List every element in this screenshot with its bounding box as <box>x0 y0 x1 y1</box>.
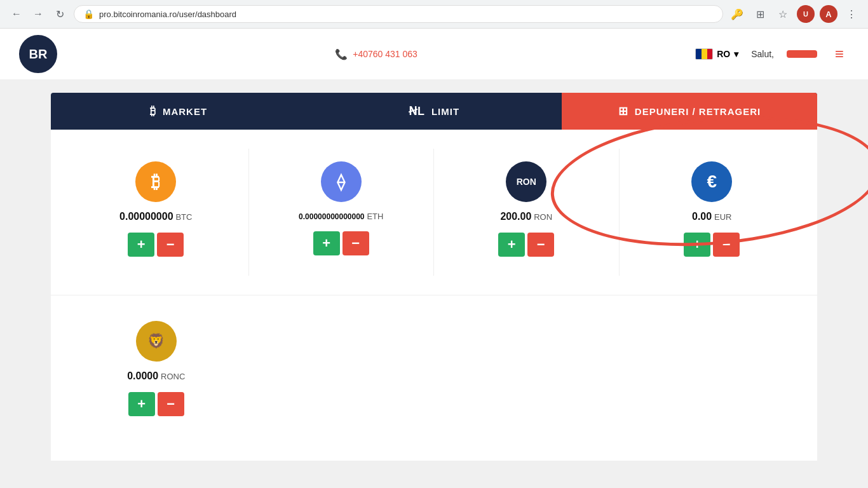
ronc-deposit-btn[interactable]: + <box>128 392 155 416</box>
tab-limit[interactable]: ꞤL LIMIT <box>306 93 562 130</box>
ronc-icon: 🦁 <box>136 321 177 362</box>
main-content: ₿ MARKET ꞤL LIMIT ⊞ DEPUNERI / RETRAGERI… <box>0 80 868 473</box>
reload-button[interactable]: ↻ <box>51 5 69 23</box>
btc-withdraw-btn[interactable]: − <box>157 233 184 257</box>
market-icon: ₿ <box>150 105 156 118</box>
eur-actions: + − <box>684 233 740 257</box>
browser-chrome: ← → ↻ 🔒 pro.bitcoinromania.ro/user/dashb… <box>0 0 868 29</box>
site-header: BR 📞 +40760 431 063 RO ▾ Salut, ≡ <box>0 29 868 80</box>
forward-button[interactable]: → <box>29 5 47 23</box>
limit-icon: ꞤL <box>409 104 425 118</box>
lang-code: RO <box>717 49 730 59</box>
tab-market-label: MARKET <box>163 106 207 117</box>
depuneri-icon: ⊞ <box>618 104 628 118</box>
salut-label: Salut, <box>751 49 774 59</box>
cards-grid-row2: 🦁 0.0000 RONC + − <box>51 295 817 461</box>
btc-currency: BTC <box>175 212 192 222</box>
language-selector[interactable]: RO ▾ <box>695 48 738 60</box>
ron-amount: 200.00 <box>500 211 531 222</box>
header-center: 📞 +40760 431 063 <box>57 48 695 60</box>
flag-blue <box>696 49 702 59</box>
eur-amount: 0.00 <box>692 211 712 222</box>
user-name-badge <box>787 50 817 58</box>
lang-chevron: ▾ <box>734 49 738 59</box>
ron-deposit-btn[interactable]: + <box>498 233 525 257</box>
btc-balance-row: 0.00000000 BTC <box>119 211 192 222</box>
phone-icon: 📞 <box>335 48 348 60</box>
eur-deposit-btn[interactable]: + <box>684 233 710 257</box>
site-logo[interactable]: BR <box>19 35 57 73</box>
tab-depuneri[interactable]: ⊞ DEPUNERI / RETRAGERI <box>562 93 817 130</box>
profile-avatar[interactable]: A <box>820 5 837 23</box>
ronc-amount: 0.0000 <box>127 370 158 381</box>
eur-currency: EUR <box>714 212 731 222</box>
cards-grid-row1: ₿ 0.00000000 BTC + − ⟠ 0.00000000000000 … <box>51 130 817 295</box>
lock-icon: 🔒 <box>83 9 94 19</box>
eth-icon: ⟠ <box>321 161 362 202</box>
btc-card: ₿ 0.00000000 BTC + − <box>64 149 249 276</box>
tab-depuneri-label: DEPUNERI / RETRAGERI <box>635 106 761 117</box>
browser-actions: 🔑 ⊞ ☆ U A ⋮ <box>728 5 860 23</box>
eth-withdraw-btn[interactable]: − <box>342 231 369 255</box>
btc-deposit-btn[interactable]: + <box>128 233 154 257</box>
eth-currency: ETH <box>367 212 383 221</box>
eth-actions: + − <box>313 231 369 255</box>
ronc-balance-row: 0.0000 RONC <box>127 370 185 382</box>
phone-number: +40760 431 063 <box>353 49 417 59</box>
hamburger-menu[interactable]: ≡ <box>830 43 849 65</box>
eur-withdraw-btn[interactable]: − <box>713 233 740 257</box>
ron-actions: + − <box>498 233 554 257</box>
url-text: pro.bitcoinromania.ro/user/dashboard <box>99 10 236 19</box>
eur-icon: € <box>691 161 732 202</box>
address-bar[interactable]: 🔒 pro.bitcoinromania.ro/user/dashboard <box>74 5 723 23</box>
nav-buttons: ← → ↻ <box>8 5 69 23</box>
flag-yellow <box>702 49 707 59</box>
flag-red <box>707 49 713 59</box>
back-button[interactable]: ← <box>8 5 25 23</box>
ro-flag <box>695 48 713 60</box>
translate-btn[interactable]: ⊞ <box>751 5 769 23</box>
eth-card: ⟠ 0.00000000000000 ETH + − <box>249 149 435 276</box>
ublock-icon[interactable]: U <box>797 5 815 23</box>
ron-card: RON 200.00 RON + − <box>434 149 620 276</box>
eth-amount: 0.00000000000000 <box>299 212 364 221</box>
ron-currency: RON <box>534 212 552 222</box>
key-icon-btn[interactable]: 🔑 <box>728 5 746 23</box>
tab-limit-label: LIMIT <box>431 106 459 117</box>
eth-balance-row: 0.00000000000000 ETH <box>299 211 383 221</box>
btc-icon: ₿ <box>135 161 176 202</box>
ronc-card: 🦁 0.0000 RONC + − <box>64 308 249 435</box>
eur-balance-row: 0.00 EUR <box>692 211 731 222</box>
ronc-actions: + − <box>128 392 184 416</box>
ron-icon: RON <box>506 161 546 202</box>
more-options-btn[interactable]: ⋮ <box>843 5 860 23</box>
bookmark-btn[interactable]: ☆ <box>774 5 792 23</box>
tabs-bar: ₿ MARKET ꞤL LIMIT ⊞ DEPUNERI / RETRAGERI <box>51 93 817 130</box>
btc-actions: + − <box>128 233 184 257</box>
header-right: RO ▾ Salut, ≡ <box>695 43 849 65</box>
btc-amount: 0.00000000 <box>119 211 173 222</box>
tab-market[interactable]: ₿ MARKET <box>51 93 306 130</box>
eth-deposit-btn[interactable]: + <box>313 231 340 255</box>
ronc-currency: RONC <box>161 372 185 381</box>
logo-text: BR <box>29 47 48 62</box>
eur-card: € 0.00 EUR + − <box>620 149 805 276</box>
ronc-withdraw-btn[interactable]: − <box>158 392 184 416</box>
ron-withdraw-btn[interactable]: − <box>527 233 554 257</box>
browser-toolbar: ← → ↻ 🔒 pro.bitcoinromania.ro/user/dashb… <box>0 0 868 28</box>
ron-balance-row: 200.00 RON <box>500 211 552 222</box>
